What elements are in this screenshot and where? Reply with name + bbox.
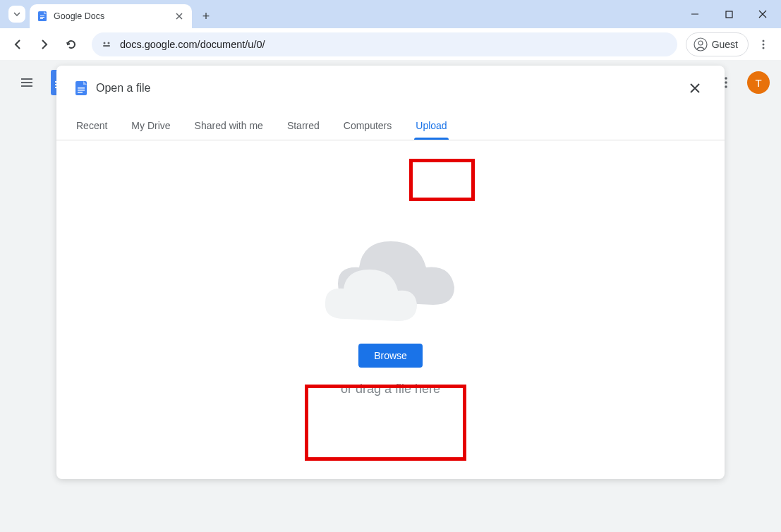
forward-button[interactable] [32,32,56,56]
svg-point-31 [725,85,727,88]
upload-dropzone[interactable]: Browse or drag a file here [56,140,725,479]
browser-tab[interactable]: Google Docs [30,4,192,28]
svg-rect-8 [103,45,110,47]
browser-chrome: Google Docs + docs.google.com/document/u… [0,0,781,60]
svg-rect-5 [726,11,732,18]
browser-toolbar: docs.google.com/document/u/0/ Guest [0,28,781,60]
svg-point-9 [694,38,707,51]
minimize-icon [691,10,699,18]
hamburger-icon [19,75,35,90]
browse-button[interactable]: Browse [358,344,423,368]
tab-close-button[interactable] [174,11,185,22]
svg-point-12 [763,43,765,45]
address-bar[interactable]: docs.google.com/document/u/0/ [92,32,677,56]
dialog-tabs: Recent My Drive Shared with me Starred C… [56,111,725,140]
tab-my-drive[interactable]: My Drive [130,111,171,140]
site-settings-icon[interactable] [100,38,113,51]
back-button[interactable] [6,32,30,56]
drag-hint-text: or drag a file here [341,382,440,397]
svg-point-6 [104,42,106,44]
new-tab-button[interactable]: + [196,6,216,26]
svg-rect-3 [40,18,43,19]
guest-icon [694,37,708,52]
svg-point-7 [108,42,110,44]
svg-rect-33 [78,87,85,89]
kebab-icon [758,39,769,50]
svg-point-28 [725,81,727,84]
maximize-icon [725,11,733,18]
reload-icon [65,38,78,51]
docs-file-icon [75,80,87,96]
dialog-title: Open a file [96,82,150,95]
tab-shared-with-me[interactable]: Shared with me [193,111,265,140]
url-text: docs.google.com/document/u/0/ [120,39,265,50]
tab-title: Google Docs [54,11,168,21]
tab-strip: Google Docs + [0,0,781,28]
arrow-right-icon [38,38,51,51]
arrow-left-icon [11,38,24,51]
close-icon [758,10,767,18]
tab-recent[interactable]: Recent [75,111,109,140]
svg-point-13 [763,47,765,49]
minimize-button[interactable] [681,4,709,25]
profile-label: Guest [712,39,738,50]
browse-label: Browse [374,350,407,361]
svg-rect-34 [78,90,85,91]
svg-point-25 [725,77,727,80]
cloud-illustration-icon [310,224,472,330]
svg-point-10 [698,41,703,45]
tab-search-dropdown[interactable] [8,6,25,23]
reload-button[interactable] [59,32,83,56]
account-avatar[interactable]: T [747,71,770,94]
file-picker-dialog: Open a file Recent My Drive Shared with … [56,66,725,479]
close-icon [176,13,183,20]
docs-favicon-icon [37,11,48,22]
tab-computers[interactable]: Computers [342,111,393,140]
avatar-initial: T [755,77,761,89]
svg-rect-35 [78,92,83,93]
dialog-header: Open a file [56,66,725,111]
maximize-button[interactable] [715,4,743,25]
window-controls [681,0,781,28]
chevron-down-icon [13,10,21,18]
close-icon [689,82,701,95]
profile-chip[interactable]: Guest [686,32,749,56]
tab-starred[interactable]: Starred [286,111,321,140]
svg-rect-1 [40,16,44,16]
main-menu-button[interactable] [11,67,42,98]
svg-point-11 [763,40,765,42]
svg-rect-2 [40,17,44,18]
dialog-close-button[interactable] [684,77,706,99]
docs-page: Docs T Open a file [0,60,781,532]
window-close-button[interactable] [749,4,777,25]
browser-menu-button[interactable] [751,32,775,56]
tab-upload[interactable]: Upload [414,111,448,140]
